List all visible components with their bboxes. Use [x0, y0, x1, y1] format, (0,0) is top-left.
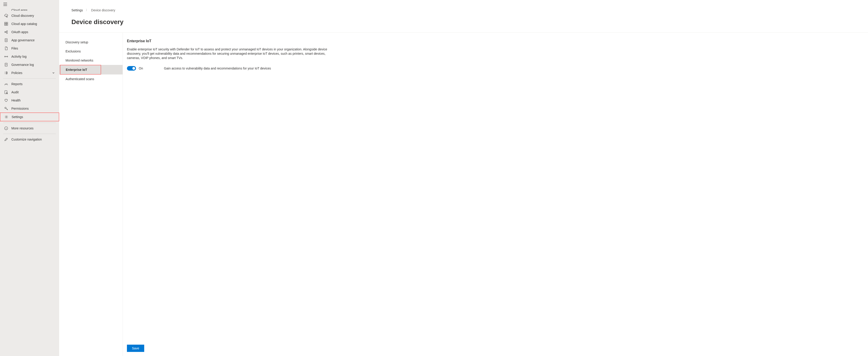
policies-icon [4, 71, 8, 75]
sidebar-item-label: More resources [11, 127, 55, 130]
hamburger-icon [3, 2, 7, 6]
main-content: Settings 〉 Device discovery Device disco… [59, 0, 868, 356]
sidebar-item-label: Governance log [11, 63, 55, 67]
breadcrumb: Settings 〉 Device discovery [59, 0, 868, 16]
gear-icon [4, 115, 8, 119]
nav-divider [3, 134, 56, 134]
subnav-item-enterprise-iot[interactable]: Enterprise IoT [59, 65, 123, 74]
pencil-icon [4, 137, 8, 141]
svg-point-16 [6, 93, 7, 94]
enterprise-iot-toggle[interactable] [127, 66, 136, 71]
audit-icon [4, 90, 8, 94]
sidebar-item-governance-log[interactable]: Governance log [0, 61, 59, 69]
chevron-right-icon: 〉 [86, 8, 89, 12]
toggle-description: Gain access to vulnerability data and re… [164, 67, 271, 70]
subnav-item-label: Enterprise IoT [60, 65, 101, 74]
governance-icon [4, 38, 8, 42]
toggle-state-label: On [139, 67, 143, 70]
sidebar-item-customize-navigation[interactable]: Customize navigation [0, 135, 59, 143]
subnav-item-authenticated-scans[interactable]: Authenticated scans [59, 74, 123, 83]
breadcrumb-current: Device discovery [91, 8, 115, 12]
sidebar-item-oauth-apps[interactable]: OAuth apps [0, 28, 59, 36]
content-area: Discovery setup Exclusions Monitored net… [59, 32, 868, 356]
svg-rect-2 [6, 22, 8, 24]
sidebar-item-policies[interactable]: Policies [0, 69, 59, 77]
svg-point-18 [6, 116, 7, 118]
hamburger-menu[interactable] [0, 0, 59, 9]
svg-point-10 [7, 56, 8, 57]
sidebar-item-label: Customize navigation [11, 138, 55, 141]
governance-log-icon [4, 63, 8, 67]
sidebar-item-cloud-app-catalog[interactable]: Cloud app catalog [0, 20, 59, 28]
sidebar-item-label: Health [11, 99, 55, 102]
cloud-discovery-icon [4, 13, 8, 18]
sidebar-item-cloud-discovery[interactable]: Cloud discovery [0, 11, 59, 20]
sidebar-item-label: Cloud app catalog [11, 22, 55, 26]
sidebar-item-truncated: Cloud apps [0, 8, 59, 11]
sidebar-item-label: Settings [11, 115, 55, 119]
blank-area [337, 33, 868, 356]
subnav-item-discovery-setup[interactable]: Discovery setup [59, 38, 123, 47]
sidebar-item-label: Policies [11, 71, 49, 75]
svg-rect-3 [5, 24, 6, 26]
sidebar-item-reports[interactable]: Reports [0, 80, 59, 88]
page-title: Device discovery [59, 16, 868, 32]
health-icon [4, 98, 8, 102]
activity-icon [4, 55, 8, 59]
svg-point-14 [6, 74, 7, 74]
sidebar-item-label: Audit [11, 91, 55, 94]
subnav-item-exclusions[interactable]: Exclusions [59, 47, 123, 56]
sidebar-item-label: Files [11, 46, 55, 50]
settings-panel: Enterprise IoT Enable enterprise IoT sec… [123, 33, 337, 356]
cloud-catalog-icon [4, 22, 8, 26]
save-button[interactable]: Save [127, 345, 144, 352]
sidebar-item-audit[interactable]: Audit [0, 88, 59, 96]
panel-description: Enable enterprise IoT security with Defe… [127, 47, 332, 60]
sidebar-item-health[interactable]: Health [0, 96, 59, 104]
nav-divider [3, 122, 56, 123]
sidebar-item-settings[interactable]: Settings [0, 113, 59, 121]
sidebar: Cloud apps Cloud discovery Cloud app cat… [0, 0, 59, 356]
svg-point-5 [5, 32, 6, 33]
sidebar-item-label: Permissions [11, 107, 55, 110]
svg-rect-4 [6, 24, 8, 26]
svg-point-9 [5, 56, 5, 57]
sidebar-item-files[interactable]: Files [0, 44, 59, 52]
svg-rect-1 [5, 22, 6, 24]
svg-point-6 [7, 31, 7, 32]
permissions-icon [4, 106, 8, 111]
spacer [127, 71, 332, 345]
sidebar-item-app-governance[interactable]: App governance [0, 36, 59, 44]
sidebar-item-label: Cloud discovery [11, 14, 55, 17]
sidebar-item-more-resources[interactable]: More resources [0, 124, 59, 132]
reports-icon [4, 82, 8, 86]
info-icon [4, 126, 8, 130]
svg-point-7 [7, 32, 7, 33]
sidebar-item-permissions[interactable]: Permissions [0, 104, 59, 113]
svg-point-13 [7, 73, 7, 73]
sidebar-item-label: Reports [11, 82, 55, 86]
subnav-item-monitored-networks[interactable]: Monitored networks [59, 56, 123, 65]
toggle-row: On Gain access to vulnerability data and… [127, 66, 332, 71]
sidebar-item-label: OAuth apps [11, 30, 55, 34]
sidebar-item-activity-log[interactable]: Activity log [0, 52, 59, 61]
oauth-icon [4, 30, 8, 34]
svg-rect-15 [5, 91, 7, 94]
sidebar-item-label: Activity log [11, 55, 55, 58]
sidebar-item-label: App governance [11, 38, 55, 42]
svg-point-12 [6, 72, 7, 72]
breadcrumb-parent[interactable]: Settings [71, 8, 83, 12]
files-icon [4, 46, 8, 50]
panel-title: Enterprise IoT [127, 39, 332, 43]
subnav: Discovery setup Exclusions Monitored net… [59, 33, 123, 356]
chevron-down-icon [52, 71, 55, 74]
